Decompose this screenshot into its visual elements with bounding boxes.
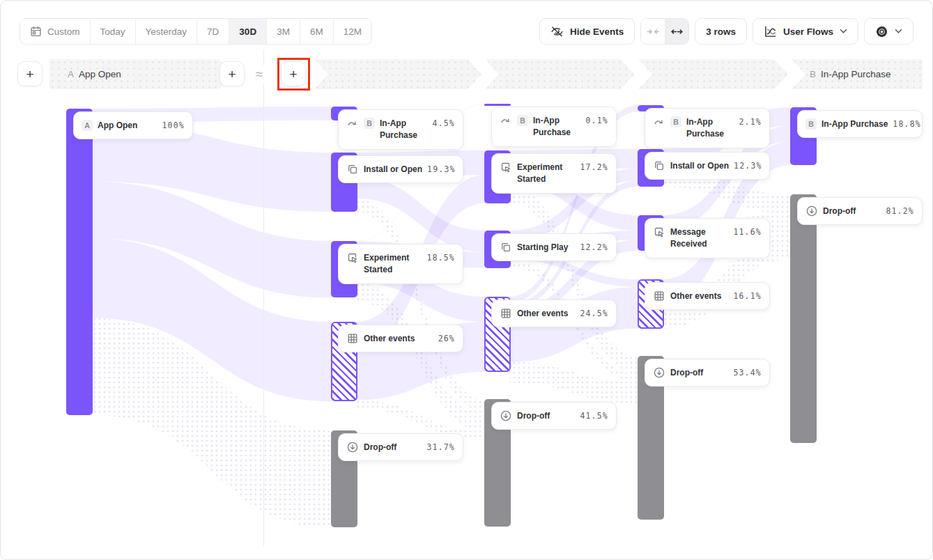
step-badge: B [517,115,528,126]
dropoff-icon [500,410,512,422]
date-range-selector: CustomTodayYesterday7D30D3M6M12M [20,18,372,45]
date-range-3m[interactable]: 3M [267,19,300,44]
flow-node-card-iap[interactable]: BIn-App Purchase0.1% [491,107,617,147]
date-range-custom[interactable]: Custom [20,19,91,44]
node-percentage: 18.5% [426,251,455,263]
node-percentage: 19.3% [427,163,456,174]
copy-icon [346,163,359,176]
arrows-expand-icon [670,25,684,38]
node-percentage: 18.8% [893,118,921,129]
flow-node-card-play[interactable]: Starting Play12.2% [491,233,617,261]
step-banner-empty[interactable] [638,59,788,89]
node-percentage: 12.3% [734,160,762,171]
view-type-label: User Flows [783,26,833,37]
step-banner-empty[interactable] [485,59,635,89]
grid-icon [500,307,512,320]
copy-icon [653,160,665,172]
flow-node-card-iap[interactable]: BIn-App Purchase18.8% [797,110,923,138]
step-banner-in-app-purchase[interactable]: B In-App Purchase [792,59,923,89]
date-range-label: 3M [277,26,290,37]
date-range-label: 30D [239,26,256,37]
step-letter: B [810,69,816,79]
flow-ribbon [509,362,639,403]
node-percentage: 31.7% [426,441,455,452]
flow-node-card-install[interactable]: Install or Open12.3% [645,152,770,180]
node-label: Drop-off [364,441,396,453]
chevron-down-icon [895,29,902,34]
settings-dropdown[interactable] [864,18,913,45]
node-percentage: 100% [162,119,185,130]
flow-node-card-other[interactable]: Other events26% [338,325,463,352]
date-range-7d[interactable]: 7D [197,19,229,44]
date-range-label: 12M [344,26,362,37]
add-step-after-a-button[interactable]: + [219,61,245,86]
step-banner-app-open[interactable]: A App Open [49,59,233,89]
flow-node-card-iap[interactable]: BIn-App Purchase2.1% [645,108,770,148]
flow-node-card-drop[interactable]: Drop-off53.4% [645,359,770,387]
flow-node-card-other[interactable]: Other events24.5% [491,300,617,327]
add-step-before-button[interactable]: + [17,61,43,86]
expand-columns-button[interactable] [665,19,688,44]
node-label: Drop-off [670,366,703,379]
node-label: Starting Play [517,241,568,254]
date-range-12m[interactable]: 12M [334,19,371,44]
flow-node-card-iap[interactable]: BIn-App Purchase4.5% [338,109,463,150]
node-label: Message Received [670,226,719,251]
node-percentage: 17.2% [580,161,608,172]
node-label: Drop-off [823,205,856,217]
date-range-30d[interactable]: 30D [229,19,267,44]
toolbar-right-cluster: Hide Events 3 rows [539,18,913,45]
trend-arrow-icon [653,116,665,128]
flow-node-card-drop[interactable]: Drop-off81.2% [797,197,923,225]
arrows-collapse-icon [647,25,660,38]
rows-label: 3 rows [706,26,736,37]
node-percentage: 16.1% [733,290,762,301]
steps-header: + A App Open + ≈ + B In-App Purchase [1,59,932,89]
flow-node-card-other[interactable]: Other events16.1% [645,282,770,310]
time-break-symbol: ≈ [252,65,267,84]
step-banner-empty[interactable] [314,59,481,89]
node-label: App Open [98,119,137,132]
add-step-middle-button[interactable]: + [281,61,306,86]
date-range-yesterday[interactable]: Yesterday [136,19,198,44]
node-label: Install or Open [670,160,729,172]
collapse-expand-toggle [640,18,689,45]
flow-node-card-install[interactable]: Install or Open19.3% [338,155,463,183]
rows-button[interactable]: 3 rows [695,18,747,45]
node-percentage: 81.2% [886,205,914,216]
step-badge: A [82,120,93,131]
flow-node-card-exp[interactable]: Experiment Started18.5% [338,244,463,284]
flow-node-card-drop[interactable]: Drop-off31.7% [338,433,463,461]
collapse-columns-button[interactable] [641,19,665,44]
node-label: In-App Purchase [686,116,734,141]
flow-node-card-app_open[interactable]: AApp Open100% [73,111,193,139]
hide-events-label: Hide Events [570,26,624,37]
chevron-down-icon [840,29,847,34]
click-icon [500,161,512,173]
dropoff-icon [346,441,359,453]
date-range-6m[interactable]: 6M [300,19,334,44]
flows-chart-icon [764,25,777,38]
node-label: Other events [517,307,568,320]
time-break-divider [263,49,264,547]
node-percentage: 53.4% [733,366,762,378]
view-type-dropdown[interactable]: User Flows [753,18,858,45]
grid-icon [346,332,359,345]
flow-bar-iap[interactable] [484,104,511,106]
flow-node-card-exp[interactable]: Experiment Started17.2% [491,153,617,194]
hide-events-button[interactable]: Hide Events [539,18,635,45]
step-badge: B [670,116,681,127]
node-label: In-App Purchase [822,118,888,130]
user-flows-report: CustomTodayYesterday7D30D3M6M12M Hide Ev… [0,0,933,560]
date-range-today[interactable]: Today [91,19,136,44]
node-percentage: 2.1% [739,116,762,127]
trend-arrow-icon [500,114,512,127]
date-range-label: 6M [310,26,323,37]
flow-node-card-drop[interactable]: Drop-off41.5% [491,402,617,430]
node-label: Experiment Started [364,251,412,277]
flow-bar-drop[interactable] [790,194,817,443]
flow-bar-app_open[interactable] [66,109,93,415]
date-range-label: Custom [47,26,80,37]
node-label: Other events [364,332,415,345]
flow-node-card-msg[interactable]: Message Received11.6% [645,218,770,258]
